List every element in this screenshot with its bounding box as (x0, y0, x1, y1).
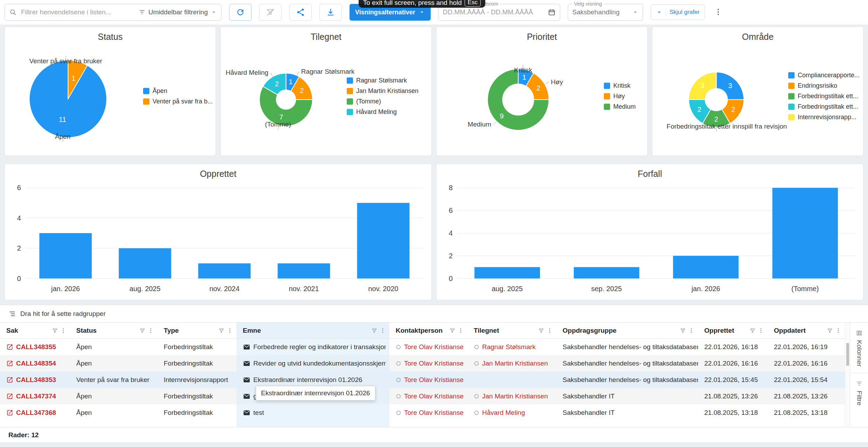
cell-oppdragsgruppe: Saksbehandler hendelses- og tiltaksdatab… (556, 355, 698, 372)
scrollbar-thumb[interactable] (846, 343, 849, 366)
filter-icon[interactable] (449, 327, 456, 334)
person-link[interactable]: Håvard Meling (482, 409, 525, 417)
table-main: SakStatusTypeEmneKontaktpersonTilegnetOp… (0, 323, 868, 427)
legend-item[interactable]: Høy (604, 93, 636, 100)
envelope-icon (243, 360, 250, 367)
chart-card-tilegnet: Tilegnet1272Ragnar Stølsmark(Tomme)Håvar… (220, 27, 432, 156)
column-menu-icon[interactable] (546, 327, 553, 334)
column-header-sak[interactable]: Sak (0, 323, 70, 338)
columns-icon (856, 330, 863, 337)
column-header-opprettet[interactable]: Opprettet (698, 323, 768, 338)
column-menu-icon[interactable] (227, 327, 233, 334)
legend-item[interactable]: Compliancerapporte... (788, 72, 860, 79)
column-header-type[interactable]: Type (157, 323, 237, 338)
open-case-icon[interactable] (6, 360, 13, 367)
bar[interactable] (39, 233, 92, 279)
table-row[interactable]: CALL348355ÅpenForbedringstiltakForbedred… (0, 339, 845, 355)
column-header-tilegnet[interactable]: Tilegnet (467, 323, 556, 338)
legend-item[interactable]: Forbedringstiltak ett... (788, 93, 860, 100)
side-tab-kolonner[interactable]: Kolonner (850, 323, 868, 373)
bar[interactable] (574, 267, 639, 278)
bar[interactable] (357, 203, 410, 279)
column-header-kontaktperson[interactable]: Kontaktperson (389, 323, 467, 338)
person-link[interactable]: Ragnar Stølsmark (482, 343, 536, 351)
column-header-oppdragsgruppe[interactable]: Oppdragsgruppe (556, 323, 698, 338)
case-link[interactable]: CALL347374 (16, 392, 56, 400)
divider (666, 8, 666, 16)
legend-item[interactable]: Ragnar Stølsmark (347, 77, 418, 84)
refresh-button[interactable] (229, 4, 252, 21)
person-link[interactable]: Jan Martin Kristiansen (482, 360, 548, 367)
legend-item[interactable]: Medium (604, 103, 636, 110)
filter-icon[interactable] (371, 327, 377, 334)
filter-icon[interactable] (218, 327, 225, 334)
open-case-icon[interactable] (6, 393, 13, 400)
slice-callout-label: Høy (551, 78, 563, 86)
share-button[interactable] (289, 4, 312, 21)
case-link[interactable]: CALL348353 (16, 376, 56, 384)
person-link[interactable]: Tore Olav Kristiansen (404, 376, 464, 384)
column-menu-icon[interactable] (148, 327, 154, 334)
bar[interactable] (278, 264, 330, 279)
legend-item[interactable]: Kritisk (604, 82, 636, 89)
legend-item[interactable]: Endringsrisiko (788, 82, 860, 89)
column-menu-icon[interactable] (458, 327, 464, 334)
person-link[interactable]: Tore Olav Kristiansen (404, 343, 464, 351)
filter-icon[interactable] (680, 327, 686, 334)
hide-charts-button[interactable]: Skjul grafer (651, 5, 705, 20)
bar[interactable] (198, 264, 251, 279)
column-header-oppdatert[interactable]: Oppdatert (768, 323, 845, 338)
bar[interactable] (474, 267, 540, 278)
legend-item[interactable]: Forbedringstiltak ett... (788, 103, 860, 110)
person-link[interactable]: Tore Olav Kristiansen (404, 360, 464, 367)
filter-icon[interactable] (538, 327, 544, 334)
filter-icon[interactable] (139, 327, 146, 334)
person-link[interactable]: Tore Olav Kristiansen (404, 409, 464, 417)
table-row[interactable]: CALL348354ÅpenForbedringstiltakRevider o… (0, 355, 845, 372)
bar[interactable] (772, 188, 838, 278)
open-case-icon[interactable] (6, 376, 13, 383)
legend-item[interactable]: Internrevisjonsrapp... (788, 114, 860, 121)
legend-item[interactable]: (Tomme) (347, 98, 418, 105)
vertical-scrollbar[interactable] (845, 323, 850, 427)
slice-callout-label: Åpen (55, 133, 70, 140)
cell-emne: Forbedrede regler og indikatorer i trans… (237, 339, 389, 355)
case-link[interactable]: CALL348354 (16, 360, 56, 367)
table-row[interactable]: CALL347368ÅpenForbedringstiltaktestTore … (0, 404, 845, 421)
side-tab-filtre[interactable]: Filtre (850, 373, 868, 412)
case-link[interactable]: CALL347368 (16, 409, 56, 417)
column-menu-icon[interactable] (688, 327, 694, 334)
calendar-icon[interactable] (548, 8, 556, 16)
open-case-icon[interactable] (6, 344, 13, 351)
column-menu-icon[interactable] (60, 327, 66, 334)
column-header-emne[interactable]: Emne (237, 323, 389, 338)
table-row[interactable]: CALL348353Venter på svar fra brukerInter… (0, 372, 845, 388)
filter-mode-select[interactable]: Umiddelbar filtrering (139, 8, 217, 16)
filter-icon[interactable] (827, 327, 833, 334)
clear-filter-button[interactable] (259, 4, 282, 21)
filter-icon[interactable] (749, 327, 756, 334)
search-input[interactable] (20, 8, 135, 16)
person-link[interactable]: Jan Martin Kristiansen (482, 392, 548, 400)
column-menu-icon[interactable] (758, 327, 764, 334)
bar[interactable] (119, 248, 171, 278)
bar[interactable] (673, 256, 739, 279)
download-button[interactable] (319, 4, 342, 21)
legend-item[interactable]: Håvard Meling (347, 108, 418, 116)
open-case-icon[interactable] (6, 409, 13, 416)
column-menu-icon[interactable] (380, 327, 386, 334)
legend-item[interactable]: Åpen (143, 87, 213, 95)
view-select[interactable]: Velg visning Saksbehandling (568, 4, 643, 21)
legend-item[interactable]: Venter på svar fra b... (143, 98, 213, 105)
column-menu-icon[interactable] (835, 327, 841, 334)
filter-icon[interactable] (52, 327, 58, 334)
column-header-status[interactable]: Status (70, 323, 157, 338)
data-grid: SakStatusTypeEmneKontaktpersonTilegnetOp… (0, 323, 845, 427)
row-group-panel[interactable]: Dra hit for å sette radgrupper (0, 305, 868, 323)
toolbar-menu-button[interactable] (713, 6, 724, 19)
case-link[interactable]: CALL348355 (16, 343, 56, 351)
person-link[interactable]: Tore Olav Kristiansen (404, 392, 464, 400)
pie-slice[interactable] (29, 60, 107, 137)
table-row[interactable]: CALL347374ÅpenForbedringstiltakgTore Ola… (0, 388, 845, 404)
legend-item[interactable]: Jan Martin Kristiansen (347, 87, 418, 95)
